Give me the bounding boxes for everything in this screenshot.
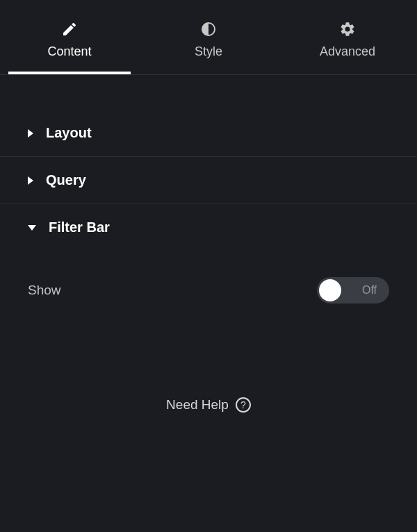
tab-style-label: Style [139, 44, 278, 59]
section-query: Query [0, 157, 417, 204]
show-row: Show Off [28, 270, 389, 310]
section-query-header[interactable]: Query [0, 157, 417, 203]
chevron-down-icon [28, 225, 36, 231]
pencil-icon [61, 21, 78, 38]
need-help-link[interactable]: Need Help ? [0, 397, 417, 413]
section-filter-bar-body: Show Off [0, 251, 417, 317]
toggle-state-label: Off [362, 284, 377, 297]
show-toggle[interactable]: Off [317, 277, 389, 304]
section-filter-bar-header[interactable]: Filter Bar [0, 204, 417, 251]
tab-content[interactable]: Content [0, 0, 139, 74]
help-icon: ? [236, 397, 251, 413]
contrast-icon [200, 21, 217, 38]
tab-advanced[interactable]: Advanced [278, 0, 417, 74]
show-label: Show [28, 283, 61, 298]
need-help-label: Need Help [166, 397, 229, 413]
tab-advanced-label: Advanced [278, 44, 417, 59]
section-filter-bar: Filter Bar Show Off [0, 204, 417, 317]
section-filter-bar-label: Filter Bar [49, 219, 110, 235]
chevron-right-icon [28, 176, 33, 185]
tabs-bar: Content Style Advanced [0, 0, 417, 75]
section-query-label: Query [46, 172, 86, 188]
gear-icon [339, 21, 356, 38]
chevron-right-icon [28, 129, 33, 138]
sections-container: Layout Query Filter Bar Show Off Need He… [0, 75, 417, 413]
tab-content-label: Content [0, 44, 139, 59]
section-layout-label: Layout [46, 125, 92, 141]
section-layout-header[interactable]: Layout [0, 110, 417, 156]
toggle-knob [319, 279, 341, 301]
section-layout: Layout [0, 110, 417, 157]
tab-style[interactable]: Style [139, 0, 278, 74]
